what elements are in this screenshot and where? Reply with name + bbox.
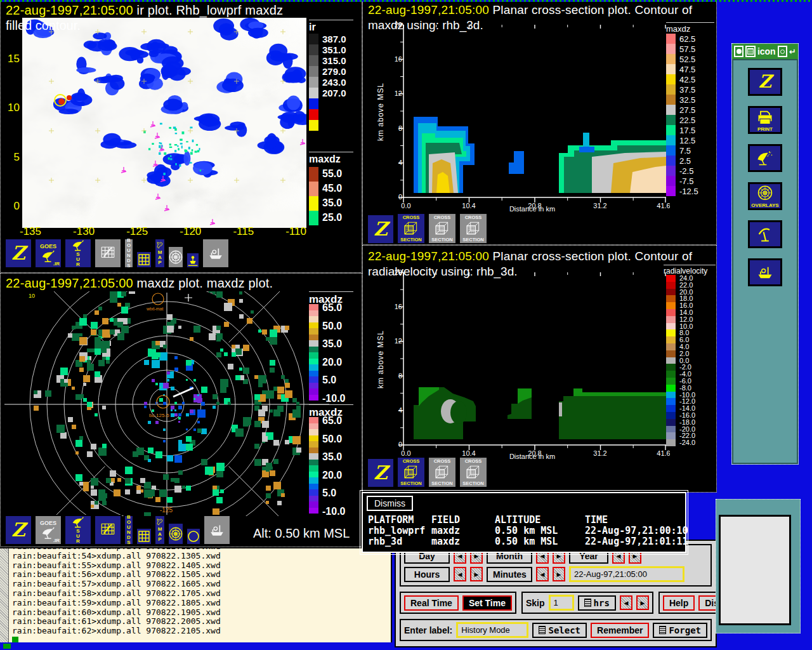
enter-label-text: Enter label: (404, 625, 452, 635)
cross-section-icon[interactable]: CROSSSECTION (428, 213, 457, 244)
radar-antenna-icon[interactable] (748, 220, 782, 248)
dismiss-button[interactable]: Dismiss (367, 496, 413, 511)
cross-section-icon[interactable]: CROSSSECTION (428, 456, 457, 488)
hours-back-button[interactable]: ◀ (454, 567, 466, 581)
colorbar-swatch (666, 135, 676, 145)
table-row: rhb_lowprfmaxdz0.50 km MSL22-Aug-97,21:0… (368, 526, 681, 536)
select-button[interactable]: Select (532, 623, 587, 638)
svg-text:8: 8 (398, 124, 402, 132)
print-icon[interactable]: PRINT (748, 106, 782, 134)
surveillance-icon[interactable]: SUR (64, 238, 92, 269)
colorbar-swatch (309, 340, 318, 347)
colorbar-swatch (666, 336, 676, 343)
svg-text:4: 4 (398, 159, 402, 166)
subgrid-icon[interactable] (136, 251, 152, 269)
tool-label-top: CROSS (465, 458, 482, 464)
axis-tick-label: 15 (2, 53, 20, 65)
cross-section-icon[interactable]: CROSSSECTION (459, 213, 488, 244)
zebra-icon[interactable]: Z (748, 68, 782, 96)
rings-icon[interactable] (167, 522, 184, 545)
zebra-icon[interactable]: Z (4, 515, 32, 545)
window-list-button[interactable] (745, 46, 755, 57)
subgrid-icon[interactable] (136, 527, 152, 545)
bounds-icon[interactable]: BOUNDS (124, 238, 134, 269)
circle-icon-glyph (185, 529, 202, 544)
buoy-icon[interactable] (186, 252, 200, 269)
colorbar-value: 45.0 (322, 183, 342, 194)
map-icon[interactable]: MAP (154, 238, 166, 269)
satellite-icon[interactable] (748, 144, 782, 172)
set-time-button[interactable]: Set Time (462, 595, 512, 611)
colorbar-swatch (666, 105, 676, 115)
colorbar-value: 57.5 (679, 44, 695, 54)
real-time-button[interactable]: Real Time (404, 595, 459, 611)
window-return-icon[interactable]: ↵ (789, 47, 796, 56)
circle-icon[interactable] (186, 527, 201, 545)
ship-icon[interactable] (203, 515, 231, 545)
svg-text:8: 8 (398, 372, 402, 380)
window-data-table: Dismiss PLATFORMFIELDALTITUDETIMErhb_low… (362, 492, 686, 553)
window-minimize-button[interactable] (778, 46, 787, 57)
desktop-chip (3, 644, 11, 649)
overlays-icon[interactable]: OVERLAYS (748, 182, 782, 210)
ship-icon[interactable] (202, 238, 230, 269)
grid-icon[interactable] (94, 515, 122, 545)
colorbar-swatch (309, 376, 318, 383)
zebra-icon[interactable]: Z (367, 214, 395, 244)
rings-icon[interactable] (167, 246, 184, 269)
terminal-scrollbar[interactable] (0, 548, 9, 642)
minutes-forward-button[interactable]: ▶ (553, 567, 565, 581)
colorbar-swatch (666, 186, 676, 196)
cross-section-icon[interactable]: CROSSSECTION (396, 213, 426, 244)
icon-panel-title: icon (757, 46, 776, 56)
bounds-icon[interactable]: BOUNDS (124, 515, 134, 545)
time-field[interactable]: 22-Aug-97,21:05:00 (569, 566, 684, 582)
terminal-window[interactable]: rain:beaufait:53>xdump.all 970822.1205.x… (0, 547, 392, 642)
window-menu-button[interactable] (734, 46, 743, 57)
label-field[interactable]: History Mode (456, 622, 528, 638)
minutes-back-button[interactable]: ◀ (536, 567, 549, 581)
colorbar-value: 35.0 (322, 451, 342, 463)
cross-section-icon[interactable]: CROSSSECTION (459, 456, 488, 488)
latitude-axis-labels: 151050 (2, 53, 20, 213)
map-icon[interactable]: MAP (154, 515, 166, 545)
colorbar-swatch (666, 302, 676, 309)
colorbar-value: 17.5 (679, 126, 695, 135)
remember-button[interactable]: Remember (591, 623, 649, 638)
colorbar-value: 35.0 (322, 338, 342, 350)
colorbar-swatch (309, 435, 318, 442)
surveillance-icon[interactable]: SUR (64, 515, 92, 545)
colorbar-swatch (309, 465, 318, 472)
goes-ir-icon[interactable]: GOES.IR (34, 515, 62, 545)
colorbar-swatches (309, 417, 318, 514)
ship-icon[interactable] (748, 258, 782, 286)
skip-back-button[interactable]: ◀ (620, 595, 632, 610)
forget-button[interactable]: Forget (653, 623, 707, 638)
title-timestamp: 22-aug-1997,21:05:00 (6, 276, 133, 290)
help-button[interactable]: Help (663, 595, 695, 611)
hours-button[interactable]: Hours (404, 567, 450, 582)
units-menu-button[interactable]: hrs (578, 595, 616, 611)
minutes-button[interactable]: Minutes (487, 567, 532, 582)
colorbar-swatch (666, 392, 676, 399)
colorbar-swatch (309, 316, 318, 322)
colorbar-swatch (309, 98, 318, 109)
skip-forward-button[interactable]: ▶ (636, 595, 649, 610)
forget-label: Forget (669, 625, 701, 635)
desktop-top-strip (0, 0, 812, 2)
cross-section-icon[interactable]: CROSSSECTION (396, 456, 426, 488)
colorbar-value: 25.0 (322, 212, 342, 223)
colorbar-swatch (666, 364, 676, 371)
goes-ir-icon[interactable]: GOES.IR (34, 238, 62, 269)
tool-label-bottom: SECTION (431, 481, 452, 486)
table-cell: rhb_lowprf (368, 526, 431, 536)
skip-field[interactable]: 1 (549, 595, 574, 611)
terminal-line: rain:beaufait:54>xdump.all 970822.1305.x… (12, 552, 390, 561)
zebra-icon[interactable]: Z (367, 458, 395, 488)
zebra-icon[interactable]: Z (4, 238, 32, 269)
colorbar-value: 5.0 (322, 375, 336, 386)
subgrid-icon-glyph (136, 252, 152, 267)
grid-icon[interactable] (94, 238, 122, 269)
hours-forward-button[interactable]: ▶ (470, 567, 483, 581)
radar-antenna-icon-glyph (756, 225, 774, 243)
